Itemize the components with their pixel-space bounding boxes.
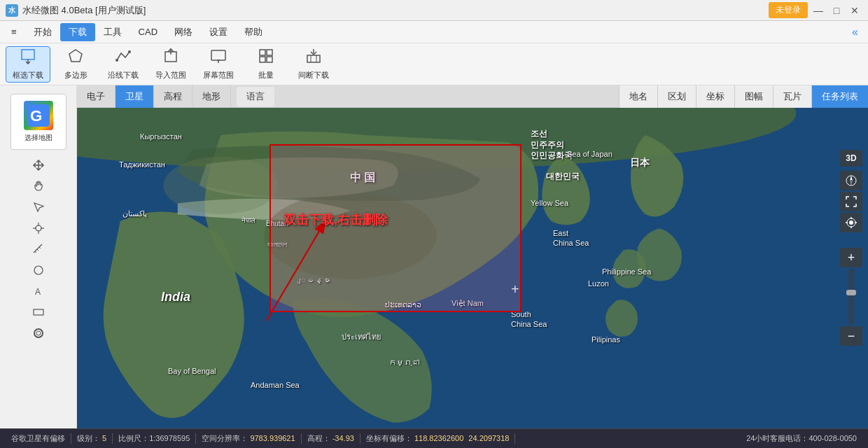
left-panel: G 选择地图 A: [0, 85, 77, 428]
right-tab-region[interactable]: 区划: [657, 85, 696, 108]
interval-icon: [305, 48, 322, 68]
button-3d[interactable]: 3D: [840, 150, 862, 167]
label-bay-of-bengal: Bay of Bengal: [168, 367, 216, 375]
label-north-korea: 조선민주주의인민공화국: [531, 129, 573, 162]
svg-line-26: [37, 249, 38, 251]
layer-tab-elevation[interactable]: 高程: [154, 85, 192, 108]
svg-rect-15: [307, 55, 320, 62]
menu-tools[interactable]: 工具: [95, 23, 130, 41]
svg-rect-7: [211, 50, 225, 60]
tool-crosshair[interactable]: [28, 218, 49, 238]
svg-point-42: [849, 220, 853, 225]
layer-tab-electronic[interactable]: 电子: [77, 85, 115, 108]
minimize-button[interactable]: —: [811, 3, 826, 18]
right-tab-place-name[interactable]: 地名: [619, 85, 657, 108]
layer-tab-satellite[interactable]: 卫星: [115, 85, 154, 108]
label-luzon: Luzon: [588, 279, 609, 288]
location-button[interactable]: [840, 213, 862, 232]
language-tab[interactable]: 语言: [237, 87, 274, 106]
svg-rect-13: [267, 57, 272, 62]
label-south-korea: 대한민국: [546, 171, 580, 183]
tool-ring[interactable]: [28, 323, 49, 343]
right-tab-map-scale[interactable]: 图幅: [734, 85, 773, 108]
click-instruction: 双击下载,右击删除: [284, 211, 388, 228]
frame-download-button[interactable]: 框选下载: [6, 46, 50, 83]
status-elevation: 高程： -34.93: [302, 433, 360, 444]
title-left: 水 水经微图 4.0Beta [用户测试版]: [6, 4, 146, 17]
menu-download[interactable]: 下载: [60, 23, 95, 41]
map-source-label: 选择地图: [24, 133, 52, 143]
label-cambodia: កម្ពុជា: [388, 358, 419, 367]
label-india: India: [161, 290, 190, 304]
label-philippine-sea: Philippine Sea: [602, 267, 651, 276]
polygon-button[interactable]: 多边形: [53, 46, 98, 83]
map-area[interactable]: 电子 卫星 高程 地形 语言 地名 区划 坐标 图幅 瓦片 任务列表: [77, 85, 868, 428]
tool-text[interactable]: A: [28, 281, 49, 301]
menu-hamburger[interactable]: ≡: [3, 24, 25, 40]
status-hotline: 24小时客服电话：400-028-0050: [741, 433, 862, 444]
compass-button[interactable]: [840, 171, 862, 190]
label-yellow-sea: Yellow Sea: [531, 199, 568, 207]
svg-point-28: [34, 266, 43, 274]
zoom-slider[interactable]: [848, 269, 854, 325]
import-icon: [162, 48, 179, 68]
label-andaman-sea: Andaman Sea: [251, 381, 300, 389]
tool-move[interactable]: [28, 155, 49, 175]
label-japan: 日本: [630, 157, 650, 169]
batch-button[interactable]: 批量: [244, 46, 288, 83]
label-pakistan: پاکستان: [122, 209, 147, 218]
status-source: 谷歌卫星有偏移: [6, 433, 71, 444]
map-source-selector[interactable]: G 选择地图: [10, 94, 66, 150]
label-kyrgyzstan: Кыргызстан: [140, 132, 182, 141]
svg-line-38: [267, 220, 326, 321]
polyline-download-button[interactable]: 沿线下载: [101, 46, 146, 83]
svg-point-31: [34, 329, 43, 337]
menu-network[interactable]: 网络: [166, 23, 201, 41]
svg-marker-40: [850, 176, 853, 181]
svg-marker-41: [850, 181, 853, 186]
menu-start[interactable]: 开始: [25, 23, 60, 41]
map-background: Кыргызстан Таджикистан پاکستان नेपाल Bhu…: [77, 108, 868, 428]
map-right-controls: [840, 171, 862, 232]
interval-download-button[interactable]: 间断下载: [291, 46, 336, 83]
layer-tab-terrain[interactable]: 地形: [192, 85, 231, 108]
svg-rect-10: [260, 50, 265, 55]
tool-rect[interactable]: [28, 302, 49, 322]
crosshair-cursor: +: [511, 281, 519, 298]
svg-marker-2: [69, 50, 82, 62]
screen-range-button[interactable]: 屏幕范围: [196, 46, 241, 83]
screen-icon: [210, 48, 227, 68]
svg-point-20: [36, 225, 41, 231]
label-tajikistan: Таджикистан: [119, 160, 165, 169]
right-tabs: 地名 区划 坐标 图幅 瓦片 任务列表: [619, 85, 868, 108]
maximize-button[interactable]: □: [829, 3, 844, 18]
statusbar: 谷歌卫星有偏移 级别： 5 比例尺：1:36978595 空间分辨率： 9783…: [0, 428, 868, 448]
close-button[interactable]: ✕: [847, 3, 862, 18]
import-range-button[interactable]: 导入范围: [148, 46, 193, 83]
polygon-icon: [67, 48, 84, 68]
svg-text:G: G: [30, 107, 42, 125]
tool-circle[interactable]: [28, 260, 49, 280]
label-south-china-sea: SouthChina Sea: [511, 309, 547, 330]
right-tab-tile[interactable]: 瓦片: [773, 85, 811, 108]
zoom-out-button[interactable]: −: [840, 326, 862, 346]
status-coordinates: 坐标有偏移： 118.82362600 24.2097318: [360, 433, 516, 444]
tool-select[interactable]: [28, 197, 49, 217]
menu-cad[interactable]: CAD: [130, 24, 166, 40]
menu-help[interactable]: 帮助: [236, 23, 271, 41]
fullscreen-button[interactable]: [840, 192, 862, 211]
menu-settings[interactable]: 设置: [201, 23, 236, 41]
collapse-button[interactable]: «: [845, 23, 865, 41]
tool-measure[interactable]: [28, 239, 49, 259]
frame-download-icon: [20, 48, 36, 68]
tool-hand[interactable]: [28, 176, 49, 196]
right-tab-coordinate[interactable]: 坐标: [696, 85, 734, 108]
svg-point-3: [115, 59, 118, 62]
zoom-handle[interactable]: [846, 290, 856, 295]
label-pilipinas: Pilipinas: [592, 335, 620, 344]
svg-point-32: [36, 331, 41, 335]
app-icon: 水: [6, 4, 18, 17]
task-list-button[interactable]: 任务列表: [811, 85, 868, 108]
login-button[interactable]: 未登录: [769, 2, 808, 18]
zoom-in-button[interactable]: +: [840, 248, 862, 267]
